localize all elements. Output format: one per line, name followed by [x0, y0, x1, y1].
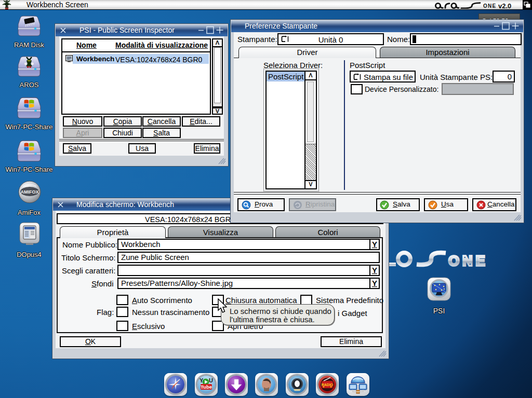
svg-text:ONE: ONE	[483, 3, 496, 9]
svg-text:AMIFOX: AMIFOX	[21, 189, 39, 195]
svg-text:Tube: Tube	[201, 384, 212, 390]
svg-text:v2.0: v2.0	[498, 2, 511, 9]
svg-text:U: U	[209, 377, 213, 383]
svg-text:ONE: ONE	[448, 253, 488, 269]
svg-text:RADIO: RADIO	[322, 383, 334, 387]
